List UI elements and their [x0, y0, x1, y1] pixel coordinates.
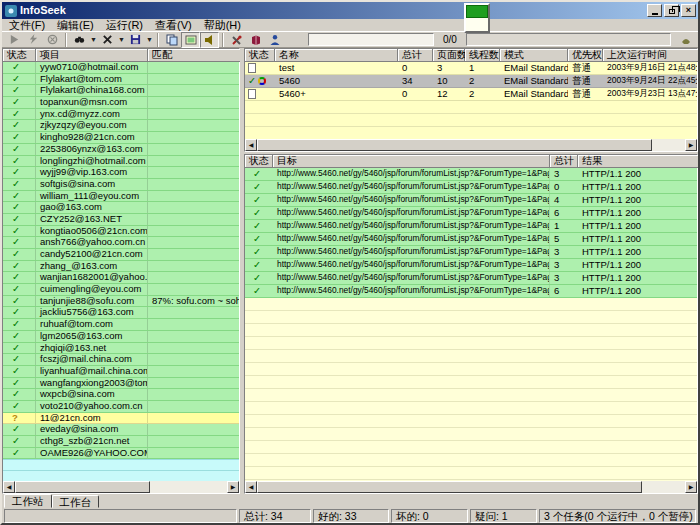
- save-dropdown[interactable]: ▼: [145, 32, 154, 48]
- column-header-status[interactable]: 状态: [245, 49, 275, 62]
- list-item[interactable]: ✓longlingzhi@hotmail.com: [3, 156, 239, 168]
- scroll-right-icon[interactable]: ▶: [227, 481, 239, 493]
- column-header-status[interactable]: 状态: [3, 49, 36, 62]
- list-item[interactable]: ✓OAME926@YAHOO.COM...: [3, 448, 239, 460]
- column-header-total[interactable]: 总计: [550, 155, 578, 168]
- list-item[interactable]: ✓Flylakart@tom.com: [3, 74, 239, 86]
- list-item[interactable]: ✓lgm2065@163.com: [3, 331, 239, 343]
- list-item[interactable]: ✓wxpcb@sina.com: [3, 389, 239, 401]
- target-row[interactable]: ✓http://www.5460.net/gy/5460/jsp/forum/f…: [245, 220, 697, 233]
- delete-button[interactable]: [98, 32, 117, 48]
- email-list-hscrollbar[interactable]: ◀ ▶: [3, 481, 239, 493]
- scroll-right-icon[interactable]: ▶: [685, 139, 697, 151]
- list-item[interactable]: ✓yyw0710@hotmail.com: [3, 62, 239, 74]
- help-book-button[interactable]: [246, 32, 265, 48]
- list-item[interactable]: ✓liyanhuaf@mail.china.com: [3, 366, 239, 378]
- list-item[interactable]: ✓william_111@eyou.com: [3, 191, 239, 203]
- target-row[interactable]: ✓http://www.5460.net/gy/5460/jsp/forum/f…: [245, 207, 697, 220]
- column-header-match[interactable]: 匹配: [148, 49, 241, 62]
- menu-edit[interactable]: 编辑(E): [51, 19, 100, 31]
- column-header-target[interactable]: 目标: [273, 155, 550, 168]
- scroll-left-icon[interactable]: ◀: [245, 139, 257, 151]
- column-header-priority[interactable]: 优先权: [568, 49, 603, 62]
- scrollbar-track[interactable]: [642, 481, 685, 493]
- tab-workbench[interactable]: 工作台: [52, 495, 100, 508]
- target-row[interactable]: ✓http://www.5460.net/gy/5460/jsp/forum/f…: [245, 246, 697, 259]
- list-item[interactable]: ✓gao@163.com: [3, 202, 239, 214]
- task-row[interactable]: test031EMail Standard普通2003年9月16日 21点48分: [245, 62, 697, 75]
- options-button[interactable]: [227, 32, 246, 48]
- target-row[interactable]: ✓http://www.5460.net/gy/5460/jsp/forum/f…: [245, 181, 697, 194]
- target-row[interactable]: ✓http://www.5460.net/gy/5460/jsp/forum/f…: [245, 259, 697, 272]
- start-button[interactable]: [5, 32, 24, 48]
- target-row[interactable]: ✓http://www.5460.net/gy/5460/jsp/forum/f…: [245, 285, 697, 298]
- scrollbar-track[interactable]: [150, 481, 227, 493]
- target-row[interactable]: ✓http://www.5460.net/gy/5460/jsp/forum/f…: [245, 233, 697, 246]
- fast-run-button[interactable]: [24, 32, 43, 48]
- target-row[interactable]: ✓http://www.5460.net/gy/5460/jsp/forum/f…: [245, 168, 697, 181]
- list-item[interactable]: ✓zhqiqi@163.net: [3, 343, 239, 355]
- list-item[interactable]: ✓fcszj@mail.china.com: [3, 354, 239, 366]
- column-header-item[interactable]: 项目: [36, 49, 148, 62]
- list-item[interactable]: ✓topanxun@msn.com: [3, 97, 239, 109]
- stop-button[interactable]: [43, 32, 62, 48]
- list-item[interactable]: ✓ynx.cd@myzz.com: [3, 109, 239, 121]
- task-row[interactable]: 5460+0122EMail Standard普通2003年9月23日 13点4…: [245, 88, 697, 101]
- menu-help[interactable]: 帮助(H): [198, 19, 247, 31]
- list-item[interactable]: ✓zjkyzqzy@eyou.com: [3, 120, 239, 132]
- restore-button[interactable]: [664, 4, 679, 17]
- list-item[interactable]: ✓cuimengling@eyou.com: [3, 284, 239, 296]
- scroll-left-icon[interactable]: ◀: [3, 481, 15, 493]
- save-button[interactable]: [126, 32, 145, 48]
- task-row[interactable]: ✓546034102EMail Standard普通2003年9月24日 22点…: [245, 75, 697, 88]
- list-item[interactable]: ✓cthg8_szb@21cn.net: [3, 436, 239, 448]
- minimize-button[interactable]: [647, 4, 662, 17]
- task-list-hscrollbar[interactable]: ◀ ▶: [245, 139, 697, 151]
- column-header-result[interactable]: 结果: [578, 155, 699, 168]
- target-row[interactable]: ✓http://www.5460.net/gy/5460/jsp/forum/f…: [245, 272, 697, 285]
- scrollbar-thumb[interactable]: [257, 139, 652, 151]
- list-item[interactable]: ✓jackliu5756@163.com: [3, 307, 239, 319]
- column-header-status[interactable]: 状态: [245, 155, 273, 168]
- scrollbar-thumb[interactable]: [15, 481, 150, 493]
- delete-dropdown[interactable]: ▼: [117, 32, 126, 48]
- column-header-name[interactable]: 名称: [275, 49, 398, 62]
- list-item[interactable]: ✓wanjian1682001@yahoo.c...: [3, 272, 239, 284]
- scrollbar-thumb[interactable]: [257, 481, 642, 493]
- scroll-left-icon[interactable]: ◀: [245, 481, 257, 493]
- list-item[interactable]: ✓voto210@yahoo.com.cn: [3, 401, 239, 413]
- refresh-pages-button[interactable]: [162, 32, 181, 48]
- column-header-threads[interactable]: 线程数: [465, 49, 500, 62]
- hand-button[interactable]: [676, 32, 695, 48]
- tab-workstation[interactable]: 工作站: [4, 494, 52, 508]
- list-item[interactable]: ✓CZY252@163.NET: [3, 214, 239, 226]
- list-item[interactable]: ✓kongtiao0506@21cn.com: [3, 226, 239, 238]
- column-header-mode[interactable]: 模式: [500, 49, 568, 62]
- scroll-right-icon[interactable]: ▶: [685, 481, 697, 493]
- close-button[interactable]: ×: [681, 4, 696, 17]
- menu-file[interactable]: 文件(F): [3, 19, 51, 31]
- list-item[interactable]: ✓ruhuaf@tom.com: [3, 319, 239, 331]
- find-dropdown[interactable]: ▼: [89, 32, 98, 48]
- capture-window-button[interactable]: [181, 32, 200, 48]
- list-item[interactable]: ✓tanjunjie88@sofu.com87%: sofu.com ~ soh…: [3, 296, 239, 308]
- target-list-hscrollbar[interactable]: ◀ ▶: [245, 481, 697, 493]
- list-item[interactable]: ✓ansh766@yahoo.com.cn: [3, 237, 239, 249]
- list-item[interactable]: ✓2253806ynzx@163.com: [3, 144, 239, 156]
- list-item[interactable]: ✓wangfangxiong2003@tom...: [3, 378, 239, 390]
- toolbar-input[interactable]: [308, 33, 434, 46]
- list-item[interactable]: ✓kingho928@21cn.com: [3, 132, 239, 144]
- list-item[interactable]: ✓Flylakart@china168.com: [3, 85, 239, 97]
- menu-view[interactable]: 查看(V): [149, 19, 198, 31]
- scrollbar-track[interactable]: [652, 139, 685, 151]
- menu-run[interactable]: 运行(R): [100, 19, 149, 31]
- list-item[interactable]: ✓eveday@sina.com: [3, 424, 239, 436]
- column-header-pages[interactable]: 页面数: [433, 49, 465, 62]
- find-button[interactable]: [70, 32, 89, 48]
- list-item[interactable]: ✓zhang_@163.com: [3, 261, 239, 273]
- sound-button[interactable]: [200, 32, 219, 48]
- about-button[interactable]: [265, 32, 284, 48]
- column-header-lastrun[interactable]: 上次运行时间: [603, 49, 699, 62]
- column-header-total[interactable]: 总计: [398, 49, 433, 62]
- list-item[interactable]: ✓softgis@sina.com: [3, 179, 239, 191]
